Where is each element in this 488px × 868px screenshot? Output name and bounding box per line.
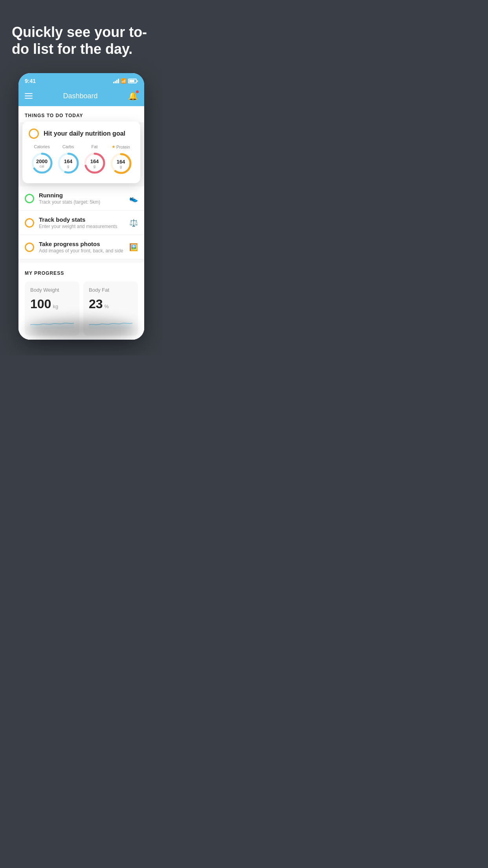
wifi-icon: 📶	[121, 78, 127, 84]
donut-unit: g	[90, 164, 99, 168]
todo-icon-body-stats: ⚖️	[129, 219, 138, 227]
todo-check-running	[25, 194, 34, 203]
nutrition-card[interactable]: Hit your daily nutrition goal Calories 2…	[22, 121, 140, 183]
todo-item-running[interactable]: Running Track your stats (target: 5km) 👟	[18, 186, 144, 211]
nutrition-label: Calories	[34, 144, 50, 149]
donut-value: 164	[117, 159, 125, 165]
donut-value: 2000	[36, 158, 48, 164]
nutrition-item-protein: ★Protein 164 g	[109, 144, 133, 175]
progress-card-title-body-weight: Body Weight	[30, 287, 74, 293]
todo-icon-progress-photos: 🖼️	[129, 243, 138, 252]
things-title: THINGS TO DO TODAY	[25, 113, 83, 118]
nutrition-item-fat: Fat 164 g	[83, 144, 106, 175]
progress-value-wrap-body-fat: 23 %	[89, 297, 132, 311]
hamburger-menu[interactable]	[25, 93, 33, 99]
todo-subtitle-progress-photos: Add images of your front, back, and side	[39, 248, 125, 254]
nutrition-label: Protein	[116, 145, 130, 149]
todo-subtitle-body-stats: Enter your weight and measurements	[39, 224, 125, 229]
things-section-header: THINGS TO DO TODAY	[18, 106, 144, 123]
progress-value-wrap-body-weight: 100 kg	[30, 297, 74, 311]
donut-fat: 164 g	[83, 151, 106, 175]
donut-value: 164	[90, 158, 99, 164]
progress-title: MY PROGRESS	[25, 270, 138, 276]
todo-title-body-stats: Track body stats	[39, 216, 125, 223]
status-bar: 9:41 📶	[18, 73, 144, 87]
hero-section: Quickly see your to-do list for the day.	[0, 0, 163, 65]
todo-text-body-stats: Track body stats Enter your weight and m…	[39, 216, 125, 229]
donut-unit: g	[117, 165, 125, 169]
phone-container: 9:41 📶	[18, 73, 144, 340]
todo-list: Running Track your stats (target: 5km) 👟…	[18, 186, 144, 259]
progress-value-body-fat: 23	[89, 297, 103, 311]
donut-value: 164	[64, 158, 73, 164]
page-wrapper: Quickly see your to-do list for the day.…	[0, 0, 163, 355]
todo-text-progress-photos: Take progress photos Add images of your …	[39, 241, 125, 254]
todo-item-progress-photos[interactable]: Take progress photos Add images of your …	[18, 235, 144, 259]
todo-check-progress-photos	[25, 243, 34, 252]
todo-item-body-stats[interactable]: Track body stats Enter your weight and m…	[18, 211, 144, 235]
donut-unit: cal	[36, 164, 48, 168]
donut-carbs: 164 g	[57, 151, 80, 175]
todo-text-running: Running Track your stats (target: 5km)	[39, 192, 125, 205]
nutrition-card-header: Hit your daily nutrition goal	[29, 129, 134, 139]
progress-card-title-body-fat: Body Fat	[89, 287, 132, 293]
donut-protein: 164 g	[109, 152, 133, 175]
progress-value-body-weight: 100	[30, 297, 51, 311]
nav-title: Dashboard	[63, 92, 97, 100]
progress-unit-body-fat: %	[105, 303, 109, 309]
nutrition-label: Carbs	[62, 144, 74, 149]
nutrition-item-calories: Calories 2000 cal	[30, 144, 54, 175]
shadow-blob	[26, 320, 136, 340]
notification-dot	[136, 90, 139, 93]
status-icons: 📶	[113, 78, 138, 84]
star-icon: ★	[112, 144, 116, 149]
donut-calories: 2000 cal	[30, 151, 54, 175]
battery-icon	[128, 79, 138, 83]
todo-title-running: Running	[39, 192, 125, 199]
nutrition-label: Fat	[92, 144, 98, 149]
signal-icon	[113, 79, 119, 83]
nutrition-circles: Calories 2000 cal Carbs 164 g Fat 164 g …	[29, 144, 134, 175]
nav-bar: Dashboard 🔔	[18, 87, 144, 106]
nutrition-check-circle	[29, 129, 39, 139]
todo-icon-running: 👟	[129, 194, 138, 203]
nutrition-item-carbs: Carbs 164 g	[57, 144, 80, 175]
todo-title-progress-photos: Take progress photos	[39, 241, 125, 247]
status-time: 9:41	[25, 78, 36, 84]
donut-unit: g	[64, 164, 73, 168]
todo-subtitle-running: Track your stats (target: 5km)	[39, 199, 125, 205]
progress-unit-body-weight: kg	[53, 303, 58, 309]
notification-bell[interactable]: 🔔	[128, 91, 138, 101]
nutrition-card-title: Hit your daily nutrition goal	[44, 130, 125, 137]
todo-check-body-stats	[25, 218, 34, 228]
phone-mockup: 9:41 📶	[18, 73, 144, 340]
phone-content: THINGS TO DO TODAY Hit your daily nutrit…	[18, 106, 144, 340]
hero-title: Quickly see your to-do list for the day.	[12, 24, 151, 57]
